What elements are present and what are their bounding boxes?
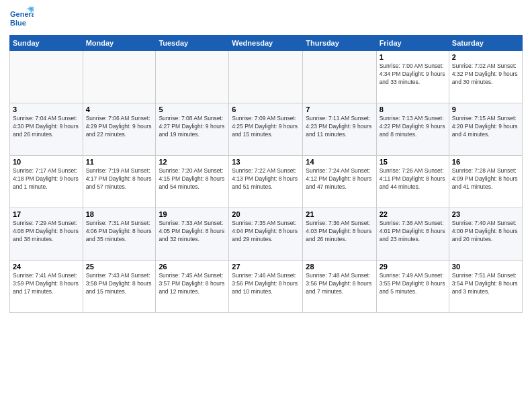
day-info: Sunrise: 7:17 AM Sunset: 4:18 PM Dayligh… <box>13 167 80 191</box>
day-number: 10 <box>13 158 80 166</box>
calendar-cell: 17Sunrise: 7:29 AM Sunset: 4:08 PM Dayli… <box>10 208 83 261</box>
calendar-cell: 7Sunrise: 7:11 AM Sunset: 4:23 PM Daylig… <box>303 103 376 156</box>
day-number: 14 <box>306 158 373 166</box>
calendar-cell: 9Sunrise: 7:15 AM Sunset: 4:20 PM Daylig… <box>449 103 522 156</box>
day-number: 16 <box>452 158 519 166</box>
day-number: 19 <box>159 210 226 218</box>
calendar-cell: 23Sunrise: 7:40 AM Sunset: 4:00 PM Dayli… <box>449 208 522 261</box>
calendar-cell: 22Sunrise: 7:38 AM Sunset: 4:01 PM Dayli… <box>376 208 449 261</box>
calendar-cell <box>156 51 229 103</box>
day-info: Sunrise: 7:19 AM Sunset: 4:17 PM Dayligh… <box>86 167 153 191</box>
day-number: 22 <box>380 210 446 218</box>
logo: General Blue <box>9 7 34 31</box>
day-info: Sunrise: 7:08 AM Sunset: 4:27 PM Dayligh… <box>159 115 226 139</box>
svg-text:Blue: Blue <box>10 19 26 27</box>
day-info: Sunrise: 7:48 AM Sunset: 3:56 PM Dayligh… <box>306 272 373 296</box>
calendar-cell: 15Sunrise: 7:26 AM Sunset: 4:11 PM Dayli… <box>376 156 449 208</box>
day-info: Sunrise: 7:38 AM Sunset: 4:01 PM Dayligh… <box>380 220 446 244</box>
day-info: Sunrise: 7:20 AM Sunset: 4:15 PM Dayligh… <box>159 167 226 191</box>
day-number: 7 <box>306 105 373 113</box>
day-number: 23 <box>452 210 519 218</box>
day-number: 11 <box>86 158 153 166</box>
calendar-cell <box>83 51 156 103</box>
day-info: Sunrise: 7:45 AM Sunset: 3:57 PM Dayligh… <box>159 272 226 296</box>
day-info: Sunrise: 7:00 AM Sunset: 4:34 PM Dayligh… <box>380 62 446 87</box>
calendar-cell: 14Sunrise: 7:24 AM Sunset: 4:12 PM Dayli… <box>303 156 376 208</box>
calendar-cell: 4Sunrise: 7:06 AM Sunset: 4:29 PM Daylig… <box>83 103 156 156</box>
day-info: Sunrise: 7:24 AM Sunset: 4:12 PM Dayligh… <box>306 167 373 191</box>
weekday-header-saturday: Saturday <box>449 36 522 51</box>
calendar-cell <box>303 51 376 103</box>
day-info: Sunrise: 7:28 AM Sunset: 4:09 PM Dayligh… <box>452 167 519 191</box>
calendar-cell: 25Sunrise: 7:43 AM Sunset: 3:58 PM Dayli… <box>83 261 156 313</box>
calendar-cell: 19Sunrise: 7:33 AM Sunset: 4:05 PM Dayli… <box>156 208 229 261</box>
calendar-table: SundayMondayTuesdayWednesdayThursdayFrid… <box>9 35 523 313</box>
calendar-cell: 12Sunrise: 7:20 AM Sunset: 4:15 PM Dayli… <box>156 156 229 208</box>
day-info: Sunrise: 7:49 AM Sunset: 3:55 PM Dayligh… <box>380 272 446 296</box>
day-number: 3 <box>13 105 80 113</box>
page: General Blue SundayMondayTuesdayWednesda… <box>0 0 532 411</box>
calendar-cell: 20Sunrise: 7:35 AM Sunset: 4:04 PM Dayli… <box>229 208 303 261</box>
calendar-cell: 3Sunrise: 7:04 AM Sunset: 4:30 PM Daylig… <box>10 103 83 156</box>
day-info: Sunrise: 7:06 AM Sunset: 4:29 PM Dayligh… <box>86 115 153 139</box>
day-info: Sunrise: 7:43 AM Sunset: 3:58 PM Dayligh… <box>86 272 153 296</box>
day-number: 28 <box>306 263 373 271</box>
day-number: 5 <box>159 105 226 113</box>
logo-graphic: General Blue <box>9 7 34 31</box>
day-info: Sunrise: 7:13 AM Sunset: 4:22 PM Dayligh… <box>380 115 446 139</box>
day-number: 1 <box>380 53 446 61</box>
day-number: 13 <box>232 158 300 166</box>
calendar-cell: 2Sunrise: 7:02 AM Sunset: 4:32 PM Daylig… <box>449 51 522 103</box>
week-row-2: 3Sunrise: 7:04 AM Sunset: 4:30 PM Daylig… <box>10 103 523 156</box>
week-row-1: 1Sunrise: 7:00 AM Sunset: 4:34 PM Daylig… <box>10 51 523 103</box>
weekday-header-sunday: Sunday <box>10 36 83 51</box>
day-number: 12 <box>159 158 226 166</box>
calendar-cell: 28Sunrise: 7:48 AM Sunset: 3:56 PM Dayli… <box>303 261 376 313</box>
calendar-cell: 6Sunrise: 7:09 AM Sunset: 4:25 PM Daylig… <box>229 103 303 156</box>
day-number: 30 <box>452 263 519 271</box>
day-info: Sunrise: 7:04 AM Sunset: 4:30 PM Dayligh… <box>13 115 80 139</box>
day-number: 24 <box>13 263 80 271</box>
calendar-cell <box>229 51 303 103</box>
header: General Blue <box>9 7 523 31</box>
day-number: 4 <box>86 105 153 113</box>
day-info: Sunrise: 7:02 AM Sunset: 4:32 PM Dayligh… <box>452 62 519 87</box>
day-number: 29 <box>380 263 446 271</box>
week-row-5: 24Sunrise: 7:41 AM Sunset: 3:59 PM Dayli… <box>10 261 523 313</box>
day-number: 21 <box>306 210 373 218</box>
weekday-header-row: SundayMondayTuesdayWednesdayThursdayFrid… <box>10 36 523 51</box>
calendar-cell: 26Sunrise: 7:45 AM Sunset: 3:57 PM Dayli… <box>156 261 229 313</box>
weekday-header-thursday: Thursday <box>303 36 376 51</box>
weekday-header-friday: Friday <box>376 36 449 51</box>
day-info: Sunrise: 7:26 AM Sunset: 4:11 PM Dayligh… <box>380 167 446 191</box>
day-number: 6 <box>232 105 300 113</box>
calendar-cell: 1Sunrise: 7:00 AM Sunset: 4:34 PM Daylig… <box>376 51 449 103</box>
day-number: 18 <box>86 210 153 218</box>
calendar-cell: 10Sunrise: 7:17 AM Sunset: 4:18 PM Dayli… <box>10 156 83 208</box>
day-number: 17 <box>13 210 80 218</box>
day-info: Sunrise: 7:15 AM Sunset: 4:20 PM Dayligh… <box>452 115 519 139</box>
week-row-4: 17Sunrise: 7:29 AM Sunset: 4:08 PM Dayli… <box>10 208 523 261</box>
day-number: 15 <box>380 158 446 166</box>
day-info: Sunrise: 7:09 AM Sunset: 4:25 PM Dayligh… <box>232 115 300 139</box>
calendar-cell: 13Sunrise: 7:22 AM Sunset: 4:13 PM Dayli… <box>229 156 303 208</box>
weekday-header-monday: Monday <box>83 36 156 51</box>
day-info: Sunrise: 7:11 AM Sunset: 4:23 PM Dayligh… <box>306 115 373 139</box>
day-number: 8 <box>380 105 446 113</box>
day-info: Sunrise: 7:41 AM Sunset: 3:59 PM Dayligh… <box>13 272 80 296</box>
day-info: Sunrise: 7:51 AM Sunset: 3:54 PM Dayligh… <box>452 272 519 296</box>
calendar-cell: 16Sunrise: 7:28 AM Sunset: 4:09 PM Dayli… <box>449 156 522 208</box>
calendar-cell: 30Sunrise: 7:51 AM Sunset: 3:54 PM Dayli… <box>449 261 522 313</box>
week-row-3: 10Sunrise: 7:17 AM Sunset: 4:18 PM Dayli… <box>10 156 523 208</box>
day-info: Sunrise: 7:35 AM Sunset: 4:04 PM Dayligh… <box>232 220 300 244</box>
calendar-cell: 11Sunrise: 7:19 AM Sunset: 4:17 PM Dayli… <box>83 156 156 208</box>
calendar-cell <box>10 51 83 103</box>
day-info: Sunrise: 7:36 AM Sunset: 4:03 PM Dayligh… <box>306 220 373 244</box>
day-info: Sunrise: 7:40 AM Sunset: 4:00 PM Dayligh… <box>452 220 519 244</box>
weekday-header-wednesday: Wednesday <box>229 36 303 51</box>
day-info: Sunrise: 7:33 AM Sunset: 4:05 PM Dayligh… <box>159 220 226 244</box>
calendar-cell: 21Sunrise: 7:36 AM Sunset: 4:03 PM Dayli… <box>303 208 376 261</box>
day-info: Sunrise: 7:46 AM Sunset: 3:56 PM Dayligh… <box>232 272 300 296</box>
calendar-cell: 8Sunrise: 7:13 AM Sunset: 4:22 PM Daylig… <box>376 103 449 156</box>
calendar-cell: 29Sunrise: 7:49 AM Sunset: 3:55 PM Dayli… <box>376 261 449 313</box>
